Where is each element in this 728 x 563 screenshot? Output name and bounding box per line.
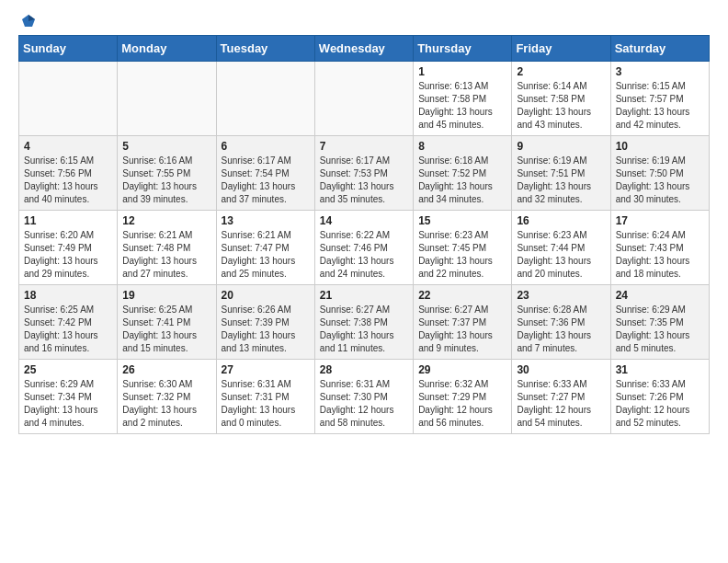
- day-number: 18: [24, 289, 112, 302]
- day-info: Sunrise: 6:30 AM Sunset: 7:32 PM Dayligh…: [122, 378, 210, 430]
- logo-flag-icon: [20, 13, 37, 29]
- calendar-day: 30Sunrise: 6:33 AM Sunset: 7:27 PM Dayli…: [512, 360, 610, 434]
- day-info: Sunrise: 6:29 AM Sunset: 7:35 PM Dayligh…: [616, 304, 704, 355]
- day-info: Sunrise: 6:27 AM Sunset: 7:38 PM Dayligh…: [320, 304, 408, 355]
- day-number: 23: [517, 289, 605, 302]
- day-number: 3: [616, 65, 704, 78]
- day-number: 29: [418, 363, 506, 376]
- weekday-header-sunday: Sunday: [19, 36, 118, 62]
- calendar-day: 24Sunrise: 6:29 AM Sunset: 7:35 PM Dayli…: [610, 285, 709, 360]
- day-number: 27: [222, 363, 310, 376]
- day-number: 4: [24, 140, 112, 153]
- calendar-day: 29Sunrise: 6:32 AM Sunset: 7:29 PM Dayli…: [414, 360, 512, 434]
- day-info: Sunrise: 6:22 AM Sunset: 7:46 PM Dayligh…: [320, 229, 408, 281]
- day-info: Sunrise: 6:33 AM Sunset: 7:26 PM Dayligh…: [616, 378, 704, 430]
- calendar-day: 8Sunrise: 6:18 AM Sunset: 7:52 PM Daylig…: [414, 136, 512, 211]
- calendar-day: 11Sunrise: 6:20 AM Sunset: 7:49 PM Dayli…: [19, 211, 118, 285]
- calendar-day: [314, 62, 413, 136]
- day-number: 15: [418, 214, 506, 227]
- weekday-header-wednesday: Wednesday: [314, 36, 413, 62]
- day-info: Sunrise: 6:26 AM Sunset: 7:39 PM Dayligh…: [222, 304, 310, 355]
- day-info: Sunrise: 6:24 AM Sunset: 7:43 PM Dayligh…: [616, 229, 704, 281]
- day-info: Sunrise: 6:15 AM Sunset: 7:56 PM Dayligh…: [24, 155, 112, 206]
- day-info: Sunrise: 6:14 AM Sunset: 7:58 PM Dayligh…: [517, 80, 605, 132]
- day-info: Sunrise: 6:31 AM Sunset: 7:30 PM Dayligh…: [320, 378, 408, 430]
- calendar-day: 1Sunrise: 6:13 AM Sunset: 7:58 PM Daylig…: [414, 62, 512, 136]
- calendar-day: 16Sunrise: 6:23 AM Sunset: 7:44 PM Dayli…: [512, 211, 610, 285]
- day-info: Sunrise: 6:19 AM Sunset: 7:51 PM Dayligh…: [517, 155, 605, 206]
- day-info: Sunrise: 6:32 AM Sunset: 7:29 PM Dayligh…: [418, 378, 506, 430]
- day-info: Sunrise: 6:21 AM Sunset: 7:48 PM Dayligh…: [122, 229, 210, 281]
- day-number: 25: [24, 363, 112, 376]
- day-number: 24: [616, 289, 704, 302]
- calendar-week-row: 11Sunrise: 6:20 AM Sunset: 7:49 PM Dayli…: [19, 211, 710, 285]
- day-number: 30: [517, 363, 605, 376]
- day-info: Sunrise: 6:18 AM Sunset: 7:52 PM Dayligh…: [418, 155, 506, 206]
- logo: [18, 15, 37, 26]
- day-number: 11: [24, 214, 112, 227]
- day-number: 10: [616, 140, 704, 153]
- calendar-day: 6Sunrise: 6:17 AM Sunset: 7:54 PM Daylig…: [216, 136, 314, 211]
- calendar-day: 21Sunrise: 6:27 AM Sunset: 7:38 PM Dayli…: [314, 285, 413, 360]
- day-info: Sunrise: 6:28 AM Sunset: 7:36 PM Dayligh…: [517, 304, 605, 355]
- calendar-week-row: 4Sunrise: 6:15 AM Sunset: 7:56 PM Daylig…: [19, 136, 710, 211]
- calendar-day: 3Sunrise: 6:15 AM Sunset: 7:57 PM Daylig…: [610, 62, 709, 136]
- day-number: 19: [122, 289, 210, 302]
- day-info: Sunrise: 6:17 AM Sunset: 7:53 PM Dayligh…: [320, 155, 408, 206]
- day-info: Sunrise: 6:17 AM Sunset: 7:54 PM Dayligh…: [222, 155, 310, 206]
- calendar-week-row: 1Sunrise: 6:13 AM Sunset: 7:58 PM Daylig…: [19, 62, 710, 136]
- day-info: Sunrise: 6:31 AM Sunset: 7:31 PM Dayligh…: [222, 378, 310, 430]
- calendar-day: 12Sunrise: 6:21 AM Sunset: 7:48 PM Dayli…: [118, 211, 216, 285]
- day-info: Sunrise: 6:25 AM Sunset: 7:42 PM Dayligh…: [24, 304, 112, 355]
- day-number: 2: [517, 65, 605, 78]
- calendar-table: SundayMondayTuesdayWednesdayThursdayFrid…: [18, 35, 710, 434]
- day-number: 20: [222, 289, 310, 302]
- weekday-header-thursday: Thursday: [414, 36, 512, 62]
- day-number: 22: [418, 289, 506, 302]
- calendar-day: 31Sunrise: 6:33 AM Sunset: 7:26 PM Dayli…: [610, 360, 709, 434]
- calendar-day: 9Sunrise: 6:19 AM Sunset: 7:51 PM Daylig…: [512, 136, 610, 211]
- day-info: Sunrise: 6:27 AM Sunset: 7:37 PM Dayligh…: [418, 304, 506, 355]
- day-info: Sunrise: 6:25 AM Sunset: 7:41 PM Dayligh…: [122, 304, 210, 355]
- calendar-day: 18Sunrise: 6:25 AM Sunset: 7:42 PM Dayli…: [19, 285, 118, 360]
- day-number: 6: [222, 140, 310, 153]
- calendar-day: 17Sunrise: 6:24 AM Sunset: 7:43 PM Dayli…: [610, 211, 709, 285]
- calendar-day: 19Sunrise: 6:25 AM Sunset: 7:41 PM Dayli…: [118, 285, 216, 360]
- calendar-day: [216, 62, 314, 136]
- calendar-day: 2Sunrise: 6:14 AM Sunset: 7:58 PM Daylig…: [512, 62, 610, 136]
- calendar-day: 22Sunrise: 6:27 AM Sunset: 7:37 PM Dayli…: [414, 285, 512, 360]
- calendar-week-row: 25Sunrise: 6:29 AM Sunset: 7:34 PM Dayli…: [19, 360, 710, 434]
- day-number: 7: [320, 140, 408, 153]
- calendar-day: 20Sunrise: 6:26 AM Sunset: 7:39 PM Dayli…: [216, 285, 314, 360]
- day-number: 31: [616, 363, 704, 376]
- day-number: 9: [517, 140, 605, 153]
- day-info: Sunrise: 6:16 AM Sunset: 7:55 PM Dayligh…: [122, 155, 210, 206]
- day-number: 16: [517, 214, 605, 227]
- day-info: Sunrise: 6:19 AM Sunset: 7:50 PM Dayligh…: [616, 155, 704, 206]
- day-number: 26: [122, 363, 210, 376]
- calendar-day: [118, 62, 216, 136]
- day-number: 8: [418, 140, 506, 153]
- day-info: Sunrise: 6:15 AM Sunset: 7:57 PM Dayligh…: [616, 80, 704, 132]
- day-number: 14: [320, 214, 408, 227]
- day-number: 21: [320, 289, 408, 302]
- calendar-week-row: 18Sunrise: 6:25 AM Sunset: 7:42 PM Dayli…: [19, 285, 710, 360]
- weekday-header-monday: Monday: [118, 36, 216, 62]
- calendar-day: 4Sunrise: 6:15 AM Sunset: 7:56 PM Daylig…: [19, 136, 118, 211]
- calendar-header-row: SundayMondayTuesdayWednesdayThursdayFrid…: [19, 36, 710, 62]
- day-number: 12: [122, 214, 210, 227]
- day-info: Sunrise: 6:21 AM Sunset: 7:47 PM Dayligh…: [222, 229, 310, 281]
- day-info: Sunrise: 6:29 AM Sunset: 7:34 PM Dayligh…: [24, 378, 112, 430]
- day-number: 1: [418, 65, 506, 78]
- day-number: 28: [320, 363, 408, 376]
- weekday-header-friday: Friday: [512, 36, 610, 62]
- calendar-day: 15Sunrise: 6:23 AM Sunset: 7:45 PM Dayli…: [414, 211, 512, 285]
- calendar-day: 5Sunrise: 6:16 AM Sunset: 7:55 PM Daylig…: [118, 136, 216, 211]
- day-info: Sunrise: 6:20 AM Sunset: 7:49 PM Dayligh…: [24, 229, 112, 281]
- calendar-day: [19, 62, 118, 136]
- calendar-day: 23Sunrise: 6:28 AM Sunset: 7:36 PM Dayli…: [512, 285, 610, 360]
- day-info: Sunrise: 6:23 AM Sunset: 7:45 PM Dayligh…: [418, 229, 506, 281]
- day-info: Sunrise: 6:13 AM Sunset: 7:58 PM Dayligh…: [418, 80, 506, 132]
- weekday-header-tuesday: Tuesday: [216, 36, 314, 62]
- calendar-day: 25Sunrise: 6:29 AM Sunset: 7:34 PM Dayli…: [19, 360, 118, 434]
